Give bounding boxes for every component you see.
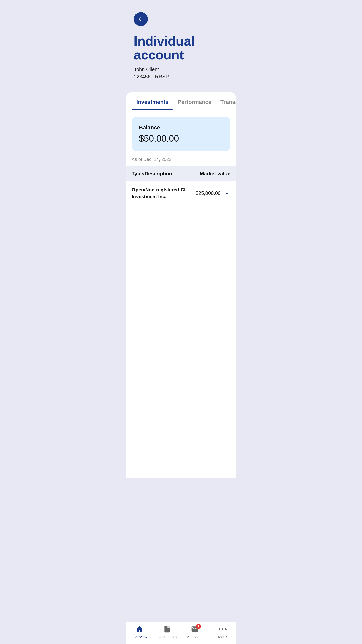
col-type-description: Type/Description xyxy=(132,171,172,177)
page-title: Individual account xyxy=(134,34,228,62)
tab-investments[interactable]: Investments xyxy=(132,92,173,110)
nav-label-overview: Overview xyxy=(132,635,148,639)
investments-table: Type/Description Market value Open/Non-r… xyxy=(126,166,236,206)
balance-card: Balance $50,00.00 xyxy=(132,117,230,151)
hero-section: Individual account John Client 123456 - … xyxy=(126,0,236,92)
home-icon xyxy=(135,625,144,633)
nav-label-more: More xyxy=(218,635,227,639)
row-value-container: $25,000.00 xyxy=(196,190,230,197)
row-market-value: $25,000.00 xyxy=(196,190,221,196)
nav-item-messages[interactable]: 1 Messages xyxy=(185,625,205,639)
messages-icon-wrapper: 1 xyxy=(191,625,199,633)
balance-section: Balance $50,00.00 xyxy=(126,110,236,151)
account-id: 123456 - RRSP xyxy=(134,74,228,80)
bottom-nav: Overview Documents 1 Messages More xyxy=(126,622,236,644)
row-description: Open/Non-registered CI Investment Inc. xyxy=(132,187,186,200)
more-dots-icon xyxy=(219,625,227,633)
tab-transactions[interactable]: Transactions xyxy=(216,92,236,110)
client-name: John Client xyxy=(134,67,228,72)
main-card: Investments Performance Transactions Bal… xyxy=(126,92,236,478)
nav-item-more[interactable]: More xyxy=(212,625,233,639)
back-button[interactable] xyxy=(134,12,148,26)
tab-performance[interactable]: Performance xyxy=(173,92,216,110)
documents-icon xyxy=(163,625,171,633)
nav-item-overview[interactable]: Overview xyxy=(129,625,150,639)
balance-value: $50,00.00 xyxy=(139,133,223,144)
balance-label: Balance xyxy=(139,124,223,131)
nav-label-messages: Messages xyxy=(186,635,203,639)
table-header: Type/Description Market value xyxy=(126,166,236,181)
as-of-date: As of Dec. 14, 2022 xyxy=(126,157,236,166)
chevron-down-icon xyxy=(223,190,230,197)
back-arrow-icon xyxy=(138,16,144,22)
messages-badge: 1 xyxy=(196,624,201,629)
tab-bar: Investments Performance Transactions xyxy=(126,92,236,110)
nav-label-documents: Documents xyxy=(158,635,177,639)
nav-item-documents[interactable]: Documents xyxy=(157,625,177,639)
table-row[interactable]: Open/Non-registered CI Investment Inc. $… xyxy=(126,181,236,206)
col-market-value: Market value xyxy=(200,171,230,177)
